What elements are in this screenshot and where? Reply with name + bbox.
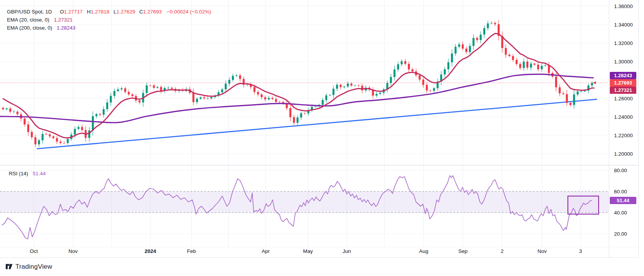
axis-tick-label: 1.22000 (614, 133, 633, 138)
axis-tick-label: 1.26000 (614, 96, 633, 101)
low-key: L (113, 9, 116, 15)
change-value: −0.00024 (−0.02%) (167, 9, 211, 15)
time-tick-label: Apr (261, 248, 270, 254)
tradingview-brand-text: TradingView (15, 263, 52, 271)
open-key: O (60, 9, 64, 15)
ema200-label: EMA (200, close, 0) (7, 25, 52, 31)
axis-tick-label: 60.00 (614, 189, 627, 195)
time-tick-label: Aug (419, 248, 428, 254)
high-key: H (87, 9, 91, 15)
axis-tick-label: 1.30000 (614, 59, 633, 65)
rsi-label: RSI (14) (9, 171, 28, 176)
tradingview-logo-link[interactable]: TradingView (5, 263, 52, 271)
time-tick-label: 3 (579, 248, 582, 254)
time-tick-label: Jun (343, 248, 351, 254)
tradingview-chart-widget: GBP/USD Spot, 1D O1.27717 H1.27818 L1.27… (0, 0, 644, 276)
ema20-legend-row[interactable]: EMA (20, close, 0) 1.27321 (7, 16, 211, 24)
axis-tick-label: 1.34000 (614, 22, 633, 28)
ema20-value: 1.27321 (54, 17, 73, 23)
chart-canvas[interactable] (0, 0, 644, 276)
price-badge: 1.27693 (610, 79, 636, 86)
symbol-title: GBP/USD Spot, 1D (7, 9, 52, 15)
ema200-value: 1.28243 (57, 25, 76, 31)
close-value: 1.27693 (143, 9, 162, 15)
axis-tick-label: 1.32000 (614, 40, 633, 46)
rsi-value: 51.44 (33, 171, 46, 176)
time-tick-label: Nov (68, 248, 78, 254)
price-badge: 1.27321 (610, 86, 636, 94)
time-tick-label: 2024 (145, 248, 156, 254)
close-key: C (139, 9, 143, 15)
axis-tick-label: 20.00 (614, 231, 627, 237)
rsi-legend-row[interactable]: RSI (14) 51.44 (9, 171, 46, 177)
open-value: 1.27717 (64, 9, 83, 15)
price-badge: 1.28243 (610, 72, 636, 79)
time-tick-label: Oct (30, 248, 38, 254)
tradingview-icon (5, 263, 13, 271)
ema200-legend-row[interactable]: EMA (200, close, 0) 1.28243 (7, 24, 211, 32)
rsi-rectangle-drawing[interactable] (568, 196, 599, 214)
time-tick-label: Feb (187, 248, 196, 254)
low-value: 1.27629 (116, 9, 135, 15)
axis-tick-label: 80.00 (614, 168, 627, 173)
time-tick-label: 2 (501, 248, 504, 254)
time-tick-label: Nov (537, 248, 547, 254)
axis-tick-label: 40.00 (614, 210, 627, 216)
symbol-legend-row[interactable]: GBP/USD Spot, 1D O1.27717 H1.27818 L1.27… (7, 8, 211, 16)
axis-tick-label: 1.24000 (614, 114, 633, 120)
last-price-marker (593, 81, 596, 84)
high-value: 1.27818 (91, 9, 110, 15)
price-badge: 51.44 (610, 197, 636, 204)
indicator-legend: GBP/USD Spot, 1D O1.27717 H1.27818 L1.27… (7, 8, 211, 32)
trendline-drawing[interactable] (37, 99, 597, 148)
time-tick-label: Sep (458, 248, 468, 254)
time-tick-label: May (303, 248, 313, 254)
ema20-label: EMA (20, close, 0) (7, 17, 49, 23)
axis-tick-label: 1.36000 (614, 3, 633, 9)
rsi-band (0, 191, 609, 213)
axis-tick-label: 1.20000 (614, 151, 633, 157)
